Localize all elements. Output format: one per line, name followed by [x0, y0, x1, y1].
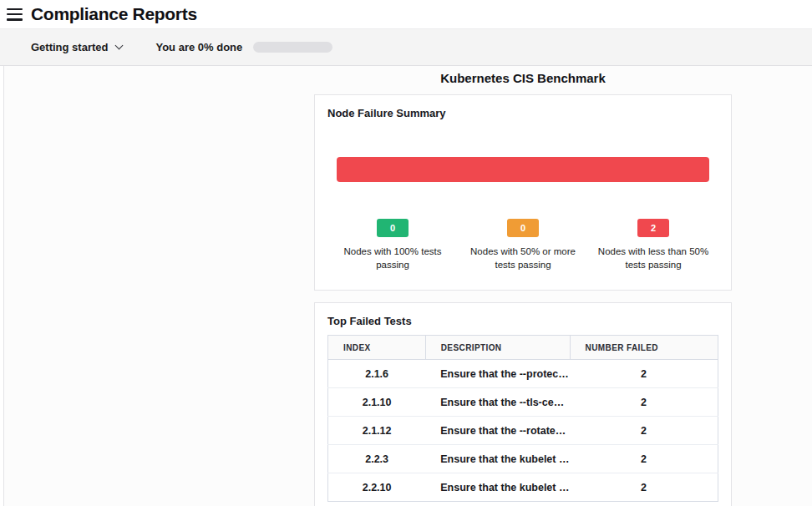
- stat-count-badge: 2: [637, 219, 669, 237]
- stat-nodes-50-or-more-passing: 0 Nodes with 50% or more tests passing: [458, 219, 588, 271]
- main-area: Kubernetes CIS Benchmark Node Failure Su…: [3, 66, 812, 506]
- node-failure-summary-card: Node Failure Summary 0 Nodes with 100% t…: [314, 94, 732, 291]
- test-index: 2.1.6: [328, 360, 426, 388]
- stat-label: Nodes with 50% or more tests passing: [468, 245, 578, 271]
- page-title: Compliance Reports: [31, 4, 197, 24]
- stat-count-badge: 0: [507, 219, 539, 237]
- test-number-failed: 2: [570, 473, 718, 502]
- chevron-down-icon: [115, 42, 124, 50]
- test-description: Ensure that the --tls-ce…: [425, 388, 570, 417]
- table-row[interactable]: 2.2.10 Ensure that the kubelet … 2: [328, 473, 718, 502]
- top-failed-tests-table: INDEX DESCRIPTION NUMBER FAILED 2.1.6 En…: [327, 335, 718, 502]
- report-content: Kubernetes CIS Benchmark Node Failure Su…: [314, 66, 732, 506]
- test-number-failed: 2: [570, 360, 718, 388]
- summary-card-title: Node Failure Summary: [327, 107, 718, 119]
- summary-stats-row: 0 Nodes with 100% tests passing 0 Nodes …: [327, 219, 718, 278]
- stat-nodes-less-than-50-passing: 2 Nodes with less than 50% tests passing: [588, 219, 718, 271]
- getting-started-dropdown[interactable]: Getting started: [31, 41, 122, 53]
- test-index: 2.1.10: [328, 388, 426, 417]
- table-row[interactable]: 2.1.10 Ensure that the --tls-ce… 2: [328, 388, 718, 417]
- stat-count-badge: 0: [377, 219, 409, 237]
- node-failure-stacked-bar: [337, 157, 709, 182]
- test-number-failed: 2: [570, 388, 718, 417]
- benchmark-title: Kubernetes CIS Benchmark: [314, 70, 732, 86]
- test-number-failed: 2: [570, 417, 718, 445]
- column-header-description[interactable]: DESCRIPTION: [425, 336, 570, 360]
- hamburger-menu-icon[interactable]: [7, 8, 23, 21]
- column-header-index[interactable]: INDEX: [328, 336, 426, 360]
- test-description: Ensure that the --protec…: [425, 360, 570, 388]
- test-number-failed: 2: [570, 445, 718, 473]
- test-description: Ensure that the kubelet …: [425, 473, 570, 502]
- column-header-number-failed[interactable]: NUMBER FAILED: [570, 336, 718, 360]
- getting-started-bar: Getting started You are 0% done: [0, 28, 812, 66]
- table-row[interactable]: 2.2.3 Ensure that the kubelet … 2: [328, 445, 718, 473]
- top-header: Compliance Reports: [0, 0, 812, 28]
- progress-status-text: You are 0% done: [155, 41, 242, 53]
- tests-card-title: Top Failed Tests: [327, 315, 718, 327]
- table-row[interactable]: 2.1.12 Ensure that the --rotate… 2: [328, 417, 718, 445]
- compliance-reports-page: Compliance Reports Getting started You a…: [0, 0, 812, 506]
- stat-nodes-100-passing: 0 Nodes with 100% tests passing: [327, 219, 458, 271]
- test-description: Ensure that the --rotate…: [425, 417, 570, 445]
- table-header-row: INDEX DESCRIPTION NUMBER FAILED: [328, 336, 718, 360]
- stat-label: Nodes with less than 50% tests passing: [595, 245, 712, 271]
- stat-label: Nodes with 100% tests passing: [330, 245, 455, 271]
- progress-bar-track: [253, 42, 332, 53]
- test-index: 2.1.12: [328, 417, 426, 445]
- table-row[interactable]: 2.1.6 Ensure that the --protec… 2: [328, 360, 718, 388]
- getting-started-label: Getting started: [31, 41, 108, 53]
- test-index: 2.2.10: [328, 473, 426, 502]
- test-description: Ensure that the kubelet …: [425, 445, 570, 473]
- test-index: 2.2.3: [328, 445, 426, 473]
- failing-nodes-bar-segment: [337, 157, 709, 182]
- top-failed-tests-card: Top Failed Tests INDEX DESCRIPTION NUMBE…: [314, 302, 732, 506]
